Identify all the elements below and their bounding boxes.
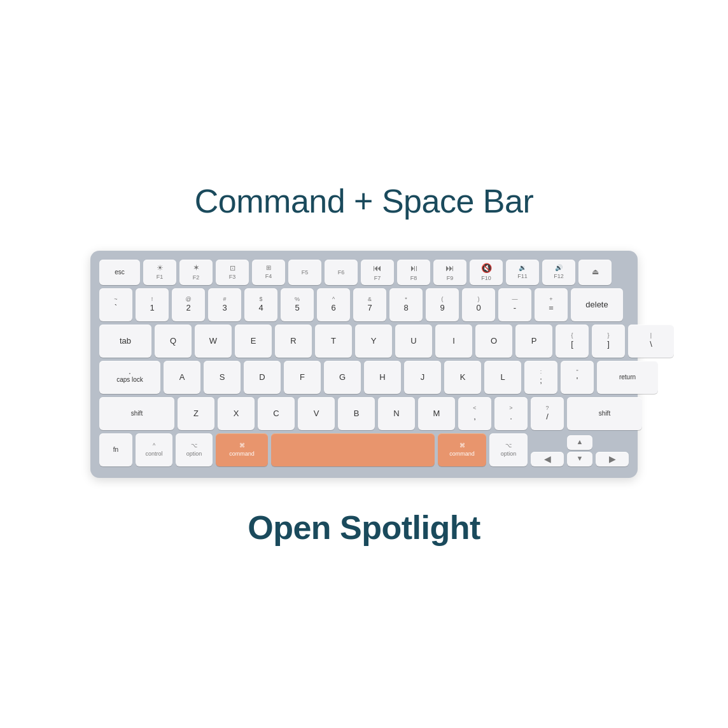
key-4[interactable]: $ 4 [244, 288, 277, 321]
key-command-left[interactable]: ⌘ command [216, 433, 268, 466]
key-r[interactable]: R [275, 325, 312, 358]
key-5[interactable]: % 5 [281, 288, 314, 321]
key-eject[interactable]: ⏏ [578, 260, 612, 285]
key-v[interactable]: V [298, 397, 335, 430]
key-capslock[interactable]: • caps lock [99, 361, 160, 394]
key-a[interactable]: A [164, 361, 200, 394]
key-s[interactable]: S [204, 361, 241, 394]
key-f5[interactable]: F5 [288, 260, 321, 285]
key-backslash[interactable]: | \ [628, 325, 674, 358]
key-8[interactable]: * 8 [389, 288, 423, 321]
key-option-right[interactable]: ⌥ option [489, 433, 528, 466]
key-t[interactable]: T [315, 325, 352, 358]
key-control[interactable]: ^ control [136, 433, 172, 466]
number-row: ~ ` ! 1 @ 2 # 3 $ 4 % 5 ^ 6 & 7 [99, 288, 629, 321]
key-f2[interactable]: ✶ F2 [179, 260, 213, 285]
key-fn[interactable]: fn [99, 433, 132, 466]
key-f1[interactable]: ☀ F1 [143, 260, 176, 285]
key-f7[interactable]: ⏮ F7 [361, 260, 394, 285]
key-y[interactable]: Y [355, 325, 392, 358]
key-return[interactable]: return [597, 361, 658, 394]
key-f8[interactable]: ⏯ F8 [397, 260, 430, 285]
key-i[interactable]: I [435, 325, 472, 358]
key-g[interactable]: G [324, 361, 361, 394]
arrow-up-down-cluster: ▲ ▼ [567, 435, 592, 466]
fn-row: esc ☀ F1 ✶ F2 ⊡ F3 ⊞ F4 F5 F6 ⏮ F7 ⏯ [99, 260, 629, 285]
key-6[interactable]: ^ 6 [317, 288, 350, 321]
title: Command + Space Bar [195, 182, 533, 220]
key-m[interactable]: M [418, 397, 455, 430]
key-quote[interactable]: " ' [561, 361, 594, 394]
key-h[interactable]: H [364, 361, 401, 394]
key-1[interactable]: ! 1 [136, 288, 169, 321]
key-arrow-up[interactable]: ▲ [567, 435, 592, 450]
key-arrow-right[interactable]: ▶ [596, 452, 629, 466]
asdf-row: • caps lock A S D F G H J K L : ; " ' re… [99, 361, 629, 394]
keyboard: esc ☀ F1 ✶ F2 ⊡ F3 ⊞ F4 F5 F6 ⏮ F7 ⏯ [90, 251, 638, 478]
key-f3[interactable]: ⊡ F3 [216, 260, 249, 285]
key-arrow-down[interactable]: ▼ [567, 452, 592, 466]
key-w[interactable]: W [195, 325, 232, 358]
key-2[interactable]: @ 2 [172, 288, 205, 321]
key-f9[interactable]: ⏭ F9 [433, 260, 466, 285]
key-shift-left[interactable]: shift [99, 397, 174, 430]
key-f4[interactable]: ⊞ F4 [252, 260, 285, 285]
key-period[interactable]: > . [494, 397, 528, 430]
key-esc[interactable]: esc [99, 260, 140, 285]
key-n[interactable]: N [378, 397, 415, 430]
key-tilde[interactable]: ~ ` [99, 288, 132, 321]
key-d[interactable]: D [244, 361, 281, 394]
key-option-left[interactable]: ⌥ option [176, 433, 213, 466]
key-rbracket[interactable]: } ] [592, 325, 625, 358]
key-f6[interactable]: F6 [325, 260, 358, 285]
key-semicolon[interactable]: : ; [524, 361, 557, 394]
key-f[interactable]: F [284, 361, 321, 394]
key-x[interactable]: X [218, 397, 255, 430]
key-l[interactable]: L [484, 361, 521, 394]
key-f11[interactable]: 🔉 F11 [506, 260, 539, 285]
key-7[interactable]: & 7 [353, 288, 386, 321]
key-lbracket[interactable]: { [ [556, 325, 589, 358]
key-f10[interactable]: 🔇 F10 [470, 260, 503, 285]
zxcv-row: shift Z X C V B N M < , > . ? / shift [99, 397, 629, 430]
key-f12[interactable]: 🔊 F12 [542, 260, 575, 285]
key-c[interactable]: C [258, 397, 295, 430]
key-p[interactable]: P [515, 325, 552, 358]
key-e[interactable]: E [235, 325, 272, 358]
key-b[interactable]: B [338, 397, 375, 430]
key-u[interactable]: U [395, 325, 432, 358]
key-equals[interactable]: + = [535, 288, 568, 321]
key-o[interactable]: O [475, 325, 512, 358]
key-z[interactable]: Z [178, 397, 214, 430]
key-9[interactable]: ( 9 [426, 288, 459, 321]
key-slash[interactable]: ? / [531, 397, 564, 430]
key-k[interactable]: K [444, 361, 481, 394]
key-tab[interactable]: tab [99, 325, 151, 358]
key-command-right[interactable]: ⌘ command [438, 433, 486, 466]
key-q[interactable]: Q [155, 325, 192, 358]
qwerty-row: tab Q W E R T Y U I O P { [ } ] | \ [99, 325, 629, 358]
key-3[interactable]: # 3 [208, 288, 241, 321]
key-shift-right[interactable]: shift [567, 397, 642, 430]
key-delete[interactable]: delete [571, 288, 623, 321]
key-comma[interactable]: < , [458, 397, 491, 430]
key-arrow-left[interactable]: ◀ [531, 452, 564, 466]
key-j[interactable]: J [404, 361, 441, 394]
key-spacebar[interactable] [271, 433, 435, 466]
subtitle: Open Spotlight [248, 508, 480, 547]
key-0[interactable]: ) 0 [462, 288, 495, 321]
bottom-row: fn ^ control ⌥ option ⌘ command ⌘ comman… [99, 433, 629, 466]
key-minus[interactable]: — - [498, 288, 531, 321]
